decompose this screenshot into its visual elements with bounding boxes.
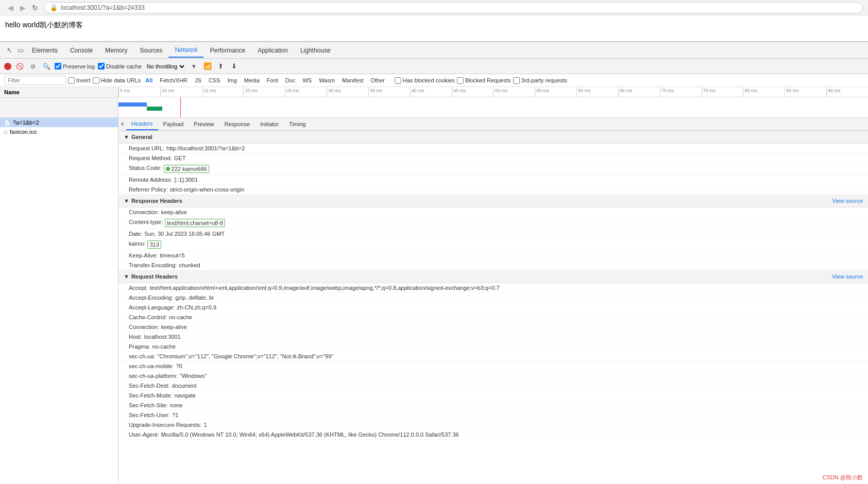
details-tab-headers[interactable]: Headers [126,118,158,130]
filter-font-btn[interactable]: Font [264,77,281,84]
filter-fetch-xhr-btn[interactable]: Fetch/XHR [157,77,190,84]
clear-button[interactable]: 🚫 [14,61,25,72]
reload-button[interactable]: ↻ [30,3,40,13]
disable-cache-label[interactable]: Disable cache [98,63,142,70]
req-sec-fetch-site-row: Sec-Fetch-Site: none [118,401,868,410]
address-bar[interactable]: 🔒 localhost:3001/?a=1&b=2#333 [44,2,863,13]
filter-button[interactable]: ⊘ [28,61,38,72]
tab-sources[interactable]: Sources [133,44,168,57]
details-tab-response[interactable]: Response [219,118,255,130]
tab-console[interactable]: Console [64,44,99,57]
req-sec-ch-ua-label: sec-ch-ua: [129,353,155,359]
details-close-btn[interactable]: × [121,120,124,128]
req-sec-fetch-user-row: Sec-Fetch-User: ?1 [118,410,868,420]
throttle-dropdown[interactable]: ▾ [189,61,199,72]
req-sec-fetch-mode-row: Sec-Fetch-Mode: navigate [118,391,868,401]
filter-media-btn[interactable]: Media [242,77,262,84]
req-sec-fetch-site-label: Sec-Fetch-Site: [129,402,168,408]
status-code-value: 222 kaimo666 [164,165,209,173]
device-icon-btn[interactable]: ▭ [15,45,26,56]
filter-img-btn[interactable]: Img [225,77,240,84]
filter-all-btn[interactable]: All [143,77,155,84]
req-sec-ch-ua-mobile-label: sec-ch-ua-mobile: [129,363,174,369]
tab-memory[interactable]: Memory [99,44,133,57]
filter-wasm-btn[interactable]: Wasm [316,77,337,84]
resp-keepalive-row: Keep-Alive: timeout=5 [118,251,868,261]
hide-data-urls-text: Hide data URLs [101,77,141,83]
throttle-select[interactable]: No throttling [145,63,186,70]
general-section-header[interactable]: ▼ General [118,131,868,144]
details-tab-payload[interactable]: Payload [158,118,189,130]
filter-css-btn[interactable]: CSS [206,77,223,84]
disable-cache-checkbox[interactable] [98,63,105,70]
has-blocked-cookies-checkbox[interactable] [395,77,401,84]
preserve-log-checkbox[interactable] [55,63,61,70]
req-sec-fetch-site-value: none [170,402,182,408]
tab-performance[interactable]: Performance [203,44,251,57]
req-cache-control-row: Cache-Control: no-cache [118,313,868,322]
has-blocked-cookies-label[interactable]: Has blocked cookies [395,77,455,84]
filter-input[interactable] [4,76,66,85]
wifi-icon-btn[interactable]: 📶 [202,61,213,72]
remote-address-row: Remote Address: [::1]:3001 [118,175,868,185]
invert-label[interactable]: Invert [68,77,91,84]
req-sec-ch-ua-row: sec-ch-ua: "Chromium";v="112", "Google C… [118,352,868,361]
hide-data-urls-checkbox[interactable] [93,77,99,84]
file-item-favicon[interactable]: □ favicon.ico [0,127,118,136]
details-tab-timing[interactable]: Timing [284,118,311,130]
status-code-row: Status Code: 222 kaimo666 [118,163,868,175]
filter-other-btn[interactable]: Other [368,77,387,84]
mark-55ms: 55 ms [535,87,576,97]
back-button[interactable]: ◀ [5,3,15,13]
tab-elements[interactable]: Elements [26,44,64,57]
status-code-highlighted: 222 kaimo666 [164,165,209,173]
preserve-log-label[interactable]: Preserve log [55,63,95,70]
tab-application[interactable]: Application [251,44,294,57]
resp-kaimo-value: 313 [147,240,161,249]
req-sec-fetch-mode-label: Sec-Fetch-Mode: [129,392,172,399]
filter-manifest-btn[interactable]: Manifest [339,77,366,84]
hide-data-urls-label[interactable]: Hide data URLs [93,77,141,84]
req-cache-control-label: Cache-Control: [129,314,167,320]
mark-65ms: 65 ms [618,87,660,97]
main-panel: 📄 ?a=1&b=2 □ favicon.ico × Headers Paylo… [0,118,868,484]
tab-lighthouse[interactable]: Lighthouse [294,44,337,57]
resp-kaimo-label: kaimo: [129,240,145,247]
watermark: CSDN @凯小默 [823,474,863,481]
third-party-label[interactable]: 3rd-party requests [513,77,567,84]
download-icon-btn[interactable]: ⬇ [229,61,240,72]
req-accept-encoding-value: gzip, deflate, br [175,295,214,301]
file-item-query[interactable]: 📄 ?a=1&b=2 [0,118,118,127]
record-button[interactable] [4,63,11,70]
response-headers-section-header[interactable]: ▼ Response Headers View source [118,195,868,208]
blocked-requests-label[interactable]: Blocked Requests [457,77,511,84]
response-view-source[interactable]: View source [832,198,863,204]
resp-transfer-label: Transfer-Encoding: [129,262,177,268]
search-button[interactable]: 🔍 [41,61,52,72]
details-tab-preview[interactable]: Preview [189,118,219,130]
mark-60ms: 60 ms [576,87,618,97]
timeline-red-line [180,97,181,117]
request-headers-section-header[interactable]: ▼ Request Headers View source [118,270,868,283]
browser-chrome: ◀ ▶ ↻ 🔒 localhost:3001/?a=1&b=2#333 [0,0,868,15]
invert-checkbox[interactable] [68,77,75,84]
blocked-requests-checkbox[interactable] [457,77,464,84]
resp-content-type-label: Content-type: [129,219,163,225]
filter-js-btn[interactable]: JS [192,77,204,84]
status-code-label: Status Code: [129,165,162,171]
request-view-source[interactable]: View source [832,273,863,280]
filter-ws-btn[interactable]: WS [300,77,314,84]
req-accept-language-label: Accept-Language: [129,304,175,310]
details-tab-initiator[interactable]: Initiator [255,118,284,130]
third-party-checkbox[interactable] [513,77,520,84]
upload-icon-btn[interactable]: ⬆ [216,61,226,72]
req-accept-value: text/html,application/xhtml+xml,applicat… [150,285,500,291]
timeline-area: Name 5 ms 10 ms 15 ms 20 ms 25 ms 30 ms … [0,87,868,118]
tab-network[interactable]: Network [168,43,203,58]
details-tabs: × Headers Payload Preview Response Initi… [118,118,868,131]
req-host-value: localhost:3001 [144,334,181,340]
forward-button[interactable]: ▶ [18,3,28,13]
filter-doc-btn[interactable]: Doc [283,77,298,84]
cursor-icon-btn[interactable]: ↖ [4,45,14,56]
req-pragma-label: Pragma: [129,343,150,350]
